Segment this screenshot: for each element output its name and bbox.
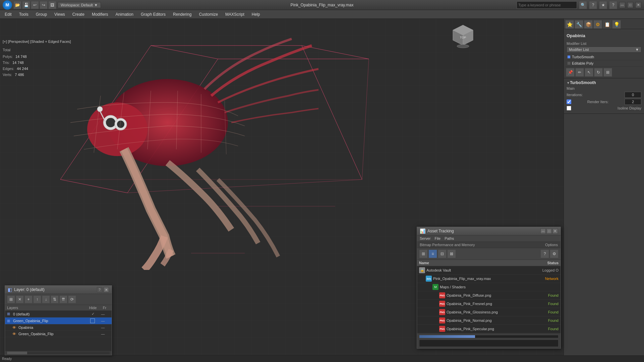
layer-row-green-opabinia-child[interactable]: 👁 Green_Opabinia_Flip — (5, 331, 112, 337)
app-logo: M (3, 0, 12, 10)
layer-tool-4[interactable]: ↑ (33, 295, 41, 303)
menu-customize[interactable]: Customize (195, 11, 221, 17)
modifier-editable-poly[interactable]: Editable Poly (565, 60, 643, 67)
at-options[interactable]: Options (545, 243, 558, 247)
layer-tool-8[interactable]: ⟳ (68, 295, 76, 303)
modifier-list-dropdown[interactable]: Modifier List ▼ (567, 47, 641, 53)
redo-icon[interactable]: ↪ (40, 1, 48, 9)
at-row-normal[interactable]: PNG Opabinia_Pink_Normal.png Found (417, 316, 561, 325)
star-icon[interactable]: ★ (599, 1, 607, 9)
ts-iterations-input[interactable] (625, 92, 641, 98)
layer-tool-6[interactable]: ⇅ (51, 295, 59, 303)
at-window-buttons: — □ ✕ (540, 228, 558, 234)
layer-icon-green-child: 👁 (12, 332, 18, 336)
at-tb-icon-1[interactable]: ⊞ (419, 249, 428, 258)
modifier-list-section: Modifier List Modifier List ▼ (564, 41, 644, 54)
at-row-maps[interactable]: M Maps / Shaders (417, 283, 561, 291)
layer-tool-5[interactable]: ↓ (42, 295, 50, 303)
open-file-icon[interactable]: 📂 (13, 1, 21, 9)
save-icon[interactable]: 💾 (22, 1, 30, 9)
panel-tab-2[interactable]: 🔧 (575, 20, 583, 29)
at-status-fresnel: Found (532, 302, 559, 306)
at-row-maxfile[interactable]: 3ds Pink_Opabinia_Flip_max_vray.max Netw… (417, 275, 561, 283)
rotate-icon[interactable]: ↻ (594, 68, 603, 77)
menu-views[interactable]: Views (51, 11, 68, 17)
edit-icon[interactable]: ✏ (575, 68, 584, 77)
menu-animation[interactable]: Animation (112, 11, 137, 17)
menubar: Edit Tools Group Views Create Modifiers … (0, 10, 644, 19)
menu-maxscript[interactable]: MAXScript (222, 11, 248, 17)
at-maximize[interactable]: □ (546, 228, 552, 234)
question-icon[interactable]: ? (609, 1, 617, 9)
layer-row-green-opabinia[interactable]: ⊞ Green_Opabinia_Flip — (5, 317, 112, 324)
layer-tool-1[interactable]: ⊞ (7, 295, 15, 303)
at-row-diffuse[interactable]: PNG Opabinia_Pink_Diffuse.png Found (417, 291, 561, 300)
at-tb-icon-2[interactable]: ≡ (428, 249, 437, 258)
select-mode-icon[interactable]: ↖ (585, 68, 593, 77)
at-tb-icon-6[interactable]: ⚙ (550, 249, 559, 258)
minimize-button[interactable]: — (619, 2, 625, 8)
layer-close-button[interactable]: ✕ (104, 287, 109, 292)
more-icon[interactable]: ⊞ (603, 68, 612, 77)
at-status-normal: Found (532, 318, 559, 322)
ts-main-label: Main (567, 86, 641, 90)
menu-create[interactable]: Create (69, 11, 88, 17)
at-minimize[interactable]: — (540, 228, 546, 234)
at-row-glossiness[interactable]: PNG Opabinia_Pink_Glossiness.png Found (417, 308, 561, 316)
search-button[interactable]: 🔍 (579, 1, 587, 9)
ts-render-iters-checkbox[interactable] (567, 99, 571, 104)
panel-tab-6[interactable]: 💡 (612, 20, 621, 29)
at-progress-bar (419, 335, 559, 338)
asset-tracking-window: 📊 Asset Tracking — □ ✕ Server File Paths… (417, 227, 561, 349)
menu-tools[interactable]: Tools (16, 11, 32, 17)
close-button[interactable]: ✕ (635, 2, 641, 8)
help-icon[interactable]: ? (589, 1, 597, 9)
svg-point-19 (106, 118, 115, 127)
at-row-vault[interactable]: 🔒 Autodesk Vault Logged O (417, 266, 561, 275)
pin-icon[interactable]: 📌 (566, 68, 575, 77)
at-row-fresnel[interactable]: PNG Opabinia_Pink_Fresnel.png Found (417, 300, 561, 308)
ts-isoline-checkbox[interactable] (567, 106, 571, 111)
at-status-network: Network (532, 277, 559, 281)
layer-tool-add[interactable]: + (24, 295, 33, 303)
at-tb-icon-3[interactable]: ⊟ (438, 249, 447, 258)
svg-line-13 (101, 106, 184, 119)
menu-rendering[interactable]: Rendering (170, 11, 195, 17)
workspace-selector[interactable]: Workspace: Default ▼ (58, 2, 101, 8)
menu-edit[interactable]: Edit (1, 11, 15, 17)
menu-help[interactable]: Help (248, 11, 264, 17)
layer-row-0[interactable]: ⊞ 0 (default) ✓ — (5, 311, 112, 317)
layer-scrollbar[interactable] (7, 352, 110, 354)
at-close[interactable]: ✕ (552, 228, 558, 234)
layer-tool-7[interactable]: ⇈ (59, 295, 67, 303)
at-title: Asset Tracking (427, 229, 454, 233)
layer-tool-delete[interactable]: ✕ (16, 295, 24, 303)
layer-scroll-thumb[interactable] (7, 352, 27, 354)
at-tb-icon-5[interactable]: ? (540, 249, 549, 258)
menu-modifiers[interactable]: Modifiers (89, 11, 112, 17)
at-input-row[interactable] (419, 340, 559, 347)
at-row-specular[interactable]: PNG Opabinia_Pink_Specular.png Found (417, 325, 561, 333)
at-menu-file[interactable]: File (434, 236, 441, 240)
panel-tab-5[interactable]: 📋 (603, 20, 611, 29)
render-setup-icon[interactable]: 🖼 (48, 1, 56, 9)
ts-render-iters-input[interactable] (625, 99, 641, 105)
maximize-button[interactable]: □ (627, 2, 633, 8)
at-tb-icon-4[interactable]: ⊠ (447, 249, 456, 258)
search-input[interactable] (517, 1, 577, 9)
svg-line-7 (127, 59, 218, 193)
layer-row-opabinia[interactable]: 👁 Opabinia — (5, 324, 112, 331)
modifier-turbosmooth[interactable]: TurboSmooth (565, 54, 643, 60)
at-bitmap-info: Bitmap Performance and Memory (420, 243, 475, 247)
panel-tab-1[interactable]: ⭐ (565, 20, 574, 29)
at-menu-server[interactable]: Server (420, 236, 430, 240)
layer-help-button[interactable]: ? (97, 287, 102, 292)
panel-tab-3[interactable]: 📦 (584, 20, 593, 29)
menu-group[interactable]: Group (33, 11, 50, 17)
at-menu-paths[interactable]: Paths (445, 236, 454, 240)
panel-tab-4[interactable]: ⚙ (593, 20, 602, 29)
navigation-cube[interactable]: TOP (450, 23, 476, 50)
undo-icon[interactable]: ↩ (31, 1, 39, 9)
menu-graph-editors[interactable]: Graph Editors (137, 11, 169, 17)
layer-column-headers: Layers Hide Fr (5, 305, 112, 311)
